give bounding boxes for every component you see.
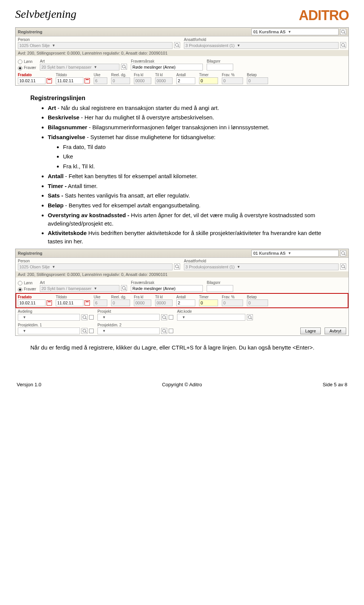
pd2-dropdown[interactable]: ▼ <box>97 328 160 334</box>
search-icon[interactable] <box>82 328 88 334</box>
highlighted-row: Fradato 10.02.11 Tildato 11.02.11 Uke6 R… <box>16 293 348 308</box>
registration-panel-2: Registrering 01 Kursfirma AS▼ Person 102… <box>15 249 349 336</box>
antall-field[interactable]: 2 <box>176 299 195 306</box>
lonn-radio[interactable] <box>18 281 22 285</box>
frakl-field[interactable]: 0000 <box>134 77 151 84</box>
uke-field[interactable]: 6 <box>94 77 107 84</box>
search-icon[interactable] <box>174 263 180 270</box>
tilkl-field[interactable]: 0000 <box>155 77 173 84</box>
art-dropdown[interactable]: 20 Sykt barn / barnepasser▼ <box>40 285 119 292</box>
search-icon[interactable] <box>161 328 167 334</box>
lonn-radio[interactable] <box>18 60 22 64</box>
avdeling-checkbox[interactable] <box>89 315 94 320</box>
pd1-dropdown[interactable]: ▼ <box>18 328 80 334</box>
lagre-button[interactable]: Lagre <box>300 328 321 334</box>
search-icon[interactable] <box>340 250 346 256</box>
fradato-field[interactable]: 10.02.11 <box>18 299 46 306</box>
calendar-icon[interactable] <box>47 300 52 306</box>
search-icon[interactable] <box>340 42 346 48</box>
fravaer-radio[interactable] <box>18 287 22 292</box>
fravpct-label: Frav. % <box>222 295 243 299</box>
person-dropdown[interactable]: 1025 Olsen Silje▼ <box>18 42 173 49</box>
calendar-icon[interactable] <box>85 300 90 306</box>
frakl-label: Fra kl <box>134 295 151 299</box>
belop-field[interactable]: 0 <box>247 77 268 84</box>
list-item: Fra kl., Til kl. <box>63 162 334 171</box>
fradato-label: Fradato <box>18 73 52 77</box>
chevron-down-icon: ▼ <box>237 265 240 269</box>
chevron-down-icon: ▼ <box>288 30 291 34</box>
fravpct-field[interactable]: 0 <box>222 299 243 306</box>
search-icon[interactable] <box>161 314 167 320</box>
calendar-icon[interactable] <box>85 78 90 83</box>
frakl-field[interactable]: 0000 <box>134 299 151 306</box>
antall-field[interactable]: 2 <box>176 77 195 84</box>
ansatt-dropdown[interactable]: 3 Produksjonsassistent (1)▼ <box>184 42 339 49</box>
timer-field[interactable]: 0 <box>199 77 218 84</box>
company-dropdown[interactable]: 01 Kursfirma AS▼ <box>251 250 339 257</box>
prosjekt-dropdown[interactable]: ▼ <box>97 314 160 321</box>
fravarsak-field[interactable]: Røde meslinger (Anne) <box>131 64 203 71</box>
list-item: Sats - Sats hentes vanligvis fra ansatt,… <box>48 191 334 200</box>
chevron-down-icon: ▼ <box>94 287 97 290</box>
person-label: Person <box>18 38 180 42</box>
bilagsnr-label: Bilagsnr <box>207 281 233 285</box>
reeldg-field[interactable]: 0 <box>111 299 130 306</box>
search-icon[interactable] <box>174 42 180 48</box>
tilkl-field[interactable]: 0000 <box>155 299 173 306</box>
reeldg-field[interactable]: 0 <box>111 77 130 84</box>
aktkode-label: Akt.kode <box>177 309 253 313</box>
avdeling-dropdown[interactable]: ▼ <box>18 314 80 321</box>
reeldg-label: Reel. dg. <box>111 73 130 77</box>
list-item: Timer - Antall timer. <box>48 182 334 190</box>
chevron-down-icon: ▼ <box>102 315 106 319</box>
company-value: 01 Kursfirma AS <box>253 30 286 34</box>
art-label: Art <box>40 59 127 63</box>
search-icon[interactable] <box>82 314 88 320</box>
type-radiogroup: Lønn Fravær <box>18 279 36 292</box>
person-label: Person <box>18 259 180 263</box>
tildato-field[interactable]: 11.02.11 <box>56 299 83 306</box>
ansatt-dropdown[interactable]: 3 Produksjonsassistent (1)▼ <box>184 263 339 270</box>
uke-field[interactable]: 6 <box>94 299 107 306</box>
fravaer-radio[interactable] <box>18 66 22 71</box>
belop-field[interactable]: 0 <box>247 299 268 306</box>
pd2-checkbox[interactable] <box>169 329 173 333</box>
list-item: Uke <box>63 152 334 161</box>
uke-label: Uke <box>94 295 107 299</box>
fravarsak-field[interactable]: Røde meslinger (Anne) <box>131 285 203 292</box>
calendar-icon[interactable] <box>47 78 52 83</box>
type-radiogroup: Lønn Fravær <box>18 57 36 71</box>
prosjekt-checkbox[interactable] <box>169 315 173 320</box>
info-bar: Avd: 200, Stillingsprosent: 0.0000, Lønn… <box>16 271 348 277</box>
footer-version: Versjon 1.0 <box>17 382 41 387</box>
bilagsnr-field[interactable] <box>207 285 233 292</box>
search-icon[interactable] <box>247 314 253 320</box>
bilagsnr-field[interactable] <box>207 64 233 71</box>
avbryt-button[interactable]: Avbryt <box>325 328 346 334</box>
antall-label: Antall <box>176 73 195 77</box>
page-header: Selvbetjening ADITRO <box>15 8 349 24</box>
person-dropdown[interactable]: 1025 Olsen Silje▼ <box>18 263 173 270</box>
chevron-down-icon: ▼ <box>94 65 97 69</box>
tildato-field[interactable]: 11.02.11 <box>56 77 83 84</box>
footer-page: Side 5 av 8 <box>323 382 347 387</box>
search-icon[interactable] <box>340 263 346 270</box>
fradato-field[interactable]: 10.02.11 <box>18 77 46 84</box>
search-icon[interactable] <box>121 64 127 70</box>
fravpct-label: Frav. % <box>222 73 243 77</box>
list-item: Tidsangivelse - Systemet har disse mulig… <box>48 133 334 171</box>
fravpct-field[interactable]: 0 <box>222 77 243 84</box>
belop-label: Beløp <box>247 73 268 77</box>
search-icon[interactable] <box>121 285 127 291</box>
panel-title: Registrering <box>18 251 42 255</box>
search-icon[interactable] <box>340 29 346 35</box>
timer-field[interactable]: 0 <box>199 299 218 306</box>
art-dropdown[interactable]: 20 Sykt barn / barnepasser▼ <box>40 64 119 71</box>
aktkode-dropdown[interactable]: ▼ <box>177 314 245 321</box>
belop-label: Beløp <box>247 295 268 299</box>
list-item: Beskrivelse - Her har du mulighet til å … <box>48 113 334 122</box>
pd1-checkbox[interactable] <box>89 329 94 333</box>
prosjekt-label: Prosjekt <box>97 309 173 313</box>
company-dropdown[interactable]: 01 Kursfirma AS▼ <box>251 28 339 35</box>
